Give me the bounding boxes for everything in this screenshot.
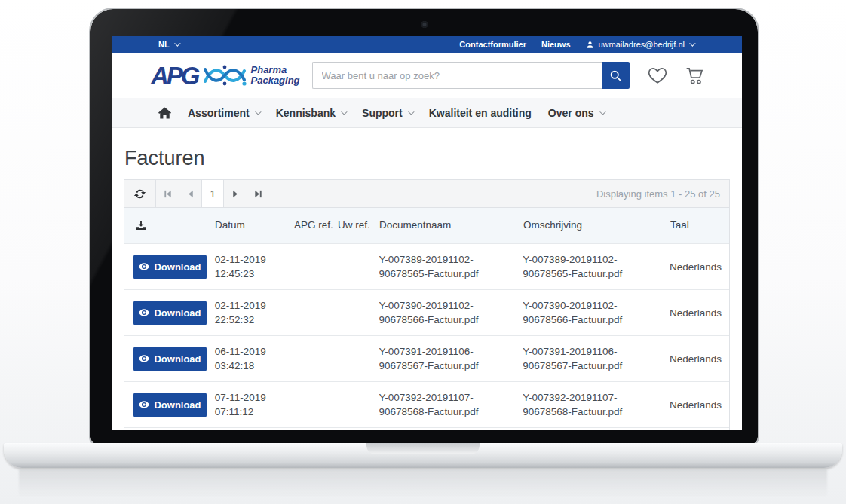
language-selector[interactable]: NL	[158, 40, 179, 49]
table-header-row: Datum APG ref. Uw ref. Documentnaam Omsc…	[124, 208, 729, 243]
laptop-lid: NL Contactformulier Nieuws uwmailadres@b…	[90, 9, 758, 444]
cell-document: Y-007390-20191102-90678566-Factuur.pdf	[379, 298, 523, 327]
refresh-button[interactable]	[124, 180, 156, 207]
language-label: NL	[158, 40, 170, 49]
nav-label: Kennisbank	[276, 107, 336, 119]
download-button[interactable]: Download	[133, 255, 207, 279]
wishlist-button[interactable]	[648, 66, 667, 84]
previous-page-icon	[185, 189, 195, 199]
download-button-label: Download	[154, 261, 201, 273]
next-page-icon	[231, 189, 241, 199]
download-button[interactable]: Download	[133, 393, 207, 417]
nav-label: Kwaliteit en auditing	[429, 107, 532, 119]
cell-language: Nederlands	[670, 260, 729, 274]
cell-document: Y-007389-20191102-90678565-Factuur.pdf	[379, 252, 523, 281]
user-icon	[586, 41, 594, 49]
user-email: uwmailadres@bedrijf.nl	[599, 40, 685, 49]
download-button[interactable]: Download	[133, 301, 207, 325]
first-page-button[interactable]	[156, 180, 179, 207]
chevron-down-icon	[689, 40, 695, 46]
next-page-button[interactable]	[224, 180, 247, 207]
nav-label: Over ons	[548, 107, 594, 119]
cell-date: 06-11-2019	[215, 344, 294, 359]
eye-icon	[139, 309, 149, 316]
cell-document: Y-007391-20191106-90678567-Factuur.pdf	[379, 344, 523, 373]
col-header-apg-ref[interactable]: APG ref.	[294, 219, 338, 231]
cell-language: Nederlands	[670, 352, 729, 366]
refresh-icon	[133, 188, 146, 200]
col-header-uw-ref[interactable]: Uw ref.	[338, 219, 379, 231]
nav-item-assortiment[interactable]: Assortiment	[188, 107, 259, 119]
eye-icon	[139, 263, 149, 270]
logo-wordmark: APG	[151, 63, 198, 88]
cell-date: 07-11-2019	[215, 390, 294, 405]
nav-item-kennisbank[interactable]: Kennisbank	[276, 107, 345, 119]
download-button[interactable]: Download	[133, 347, 207, 371]
laptop-base	[4, 443, 842, 468]
download-button-label: Download	[154, 353, 201, 365]
contact-link[interactable]: Contactformulier	[459, 40, 526, 49]
cart-icon	[685, 66, 705, 85]
chevron-down-icon	[408, 108, 414, 115]
previous-page-button[interactable]	[179, 180, 201, 207]
cell-description: Y-007389-20191102-90678565-Factuur.pdf	[523, 252, 670, 281]
page-title: Facturen	[124, 145, 730, 172]
table-row	[124, 427, 729, 430]
nav-label: Assortiment	[188, 107, 250, 119]
cell-date: 02-11-2019	[215, 298, 294, 313]
col-header-documentnaam[interactable]: Documentnaam	[379, 219, 523, 231]
cell-time: 22:52:32	[215, 313, 294, 327]
table-row: Download 07-11-2019 07:11:12 Y-007392-20…	[124, 381, 729, 427]
nav-item-kwaliteit[interactable]: Kwaliteit en auditing	[429, 107, 532, 119]
cell-description: Y-007392-20191107-90678568-Factuur.pdf	[523, 390, 670, 419]
laptop-lid-notch	[366, 443, 480, 454]
search-bar	[312, 62, 630, 89]
table-row: Download 02-11-2019 22:52:32 Y-007390-20…	[124, 289, 729, 335]
table-toolbar: 1 Displaying items 1 - 25 of 25	[124, 180, 729, 208]
nav-item-over-ons[interactable]: Over ons	[548, 107, 604, 119]
nav-item-support[interactable]: Support	[362, 107, 412, 119]
current-page-indicator[interactable]: 1	[201, 180, 224, 207]
eye-icon	[139, 401, 149, 408]
invoices-table: 1 Displaying items 1 - 25 of 25	[124, 179, 730, 430]
col-header-taal[interactable]: Taal	[670, 219, 729, 231]
browser-viewport: NL Contactformulier Nieuws uwmailadres@b…	[112, 36, 742, 430]
first-page-icon	[163, 189, 173, 199]
download-icon	[135, 219, 147, 231]
logo-tagline-1: Pharma	[251, 65, 300, 75]
chevron-down-icon	[341, 108, 347, 115]
search-button[interactable]	[602, 62, 630, 89]
nav-label: Support	[362, 107, 403, 119]
chevron-down-icon	[174, 40, 180, 46]
user-account-menu[interactable]: uwmailadres@bedrijf.nl	[586, 40, 694, 49]
download-all-button[interactable]	[124, 219, 215, 231]
cell-date: 02-11-2019	[215, 252, 294, 267]
download-button-label: Download	[154, 307, 201, 319]
news-link[interactable]: Nieuws	[541, 40, 571, 49]
cell-language: Nederlands	[670, 398, 729, 412]
home-icon	[158, 107, 171, 119]
last-page-icon	[253, 189, 263, 199]
chevron-down-icon	[255, 108, 261, 115]
cart-button[interactable]	[685, 66, 705, 85]
main-navigation: Assortiment Kennisbank Support Kwaliteit…	[112, 98, 742, 128]
col-header-datum[interactable]: Datum	[215, 219, 294, 231]
cell-language: Nederlands	[670, 306, 729, 320]
page-content: Facturen	[112, 145, 742, 430]
col-header-omschrijving[interactable]: Omschrijving	[523, 219, 670, 231]
cell-description: Y-007390-20191102-90678566-Factuur.pdf	[523, 298, 670, 327]
search-input[interactable]	[312, 62, 602, 89]
download-button-label: Download	[154, 399, 201, 411]
webcam	[421, 21, 428, 28]
nav-home[interactable]	[158, 107, 171, 119]
top-utility-bar: NL Contactformulier Nieuws uwmailadres@b…	[112, 36, 742, 53]
search-icon	[609, 69, 622, 82]
dna-helix-icon	[203, 63, 247, 88]
last-page-button[interactable]	[247, 180, 269, 207]
company-logo[interactable]: APG Pharma Packaging	[151, 63, 300, 88]
chevron-down-icon	[599, 108, 605, 115]
eye-icon	[139, 355, 149, 362]
cell-time: 03:42:18	[215, 359, 294, 373]
cell-document: Y-007392-20191107-90678568-Factuur.pdf	[379, 390, 523, 419]
table-row: Download 02-11-2019 12:45:23 Y-007389-20…	[124, 243, 729, 289]
